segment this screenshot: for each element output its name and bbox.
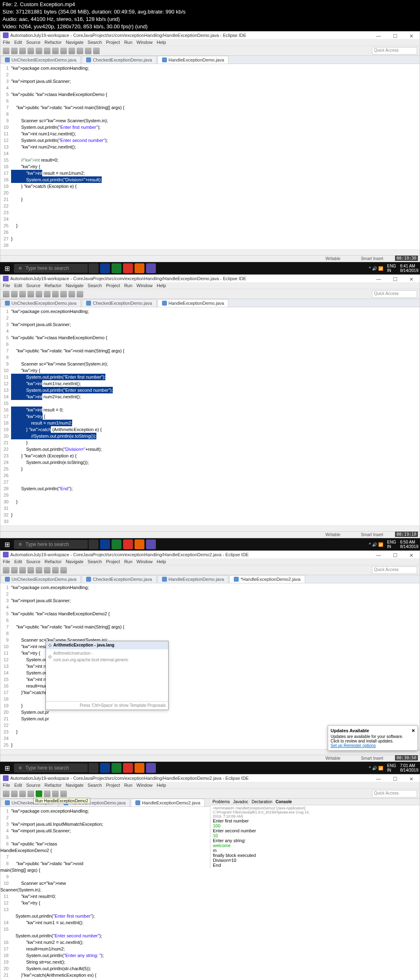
close-button[interactable]: ✕ — [403, 32, 420, 41]
toolbar-icon[interactable] — [19, 48, 26, 54]
menu-navigate[interactable]: Navigate — [66, 559, 83, 564]
toolbar-icon[interactable] — [77, 48, 83, 54]
taskbar-app[interactable] — [135, 263, 144, 273]
toolbar-icon[interactable] — [36, 48, 42, 54]
updates-popup[interactable]: Updates Available✕ Updates are available… — [328, 725, 418, 751]
quick-access-input[interactable]: Quick Access — [372, 790, 417, 797]
taskbar-app[interactable] — [146, 263, 156, 273]
toolbar-icon[interactable] — [77, 291, 83, 297]
menu-edit[interactable]: Edit — [14, 283, 22, 288]
menu-source[interactable]: Source — [26, 40, 41, 45]
toolbar-icon[interactable] — [27, 790, 34, 797]
taskbar-app[interactable] — [100, 539, 110, 549]
menu-help[interactable]: Help — [157, 40, 166, 45]
toolbar-icon[interactable] — [11, 790, 18, 797]
menu-file[interactable]: File — [3, 559, 10, 564]
toolbar-icon[interactable] — [93, 48, 100, 54]
run-button[interactable] — [36, 790, 42, 797]
taskbar-app[interactable] — [112, 763, 121, 773]
taskbar-app[interactable] — [146, 763, 156, 773]
menu-help[interactable]: Help — [157, 559, 166, 564]
menu-run[interactable]: Run — [124, 559, 132, 564]
menu-project[interactable]: Project — [106, 283, 120, 288]
toolbar-icon[interactable] — [68, 48, 75, 54]
menu-help[interactable]: Help — [157, 783, 166, 788]
menu-edit[interactable]: Edit — [14, 783, 22, 788]
menu-project[interactable]: Project — [106, 40, 120, 45]
tab-handle[interactable]: HandleExceptionDemo.java — [158, 56, 229, 64]
toolbar-icon[interactable] — [19, 790, 26, 797]
tab-checked[interactable]: CheckedExceptionDemo.java — [82, 299, 156, 307]
menu-run[interactable]: Run — [124, 783, 132, 788]
toolbar-icon[interactable] — [68, 291, 75, 297]
menu-project[interactable]: Project — [106, 559, 120, 564]
start-button[interactable]: ⊞ — [2, 763, 12, 773]
toolbar-icon[interactable] — [44, 567, 50, 573]
code-editor[interactable]: 1"kw">package com.exceptionHandling;23"k… — [0, 307, 420, 525]
menu-edit[interactable]: Edit — [14, 40, 22, 45]
menu-refactor[interactable]: Refactor — [45, 283, 62, 288]
reminder-link[interactable]: Set up Reminder options — [331, 743, 376, 748]
toolbar-icon[interactable] — [11, 567, 18, 573]
taskbar-app[interactable] — [146, 539, 156, 549]
menu-navigate[interactable]: Navigate — [66, 40, 83, 45]
menu-window[interactable]: Window — [137, 783, 153, 788]
horizontal-scrollbar[interactable] — [0, 249, 420, 255]
toolbar-icon[interactable] — [60, 790, 67, 797]
taskbar-app[interactable] — [112, 263, 121, 273]
minimize-button[interactable]: — — [370, 551, 387, 560]
tab-handle[interactable]: HandleExceptionDemo.java — [158, 575, 229, 583]
toolbar-icon[interactable] — [60, 48, 67, 54]
autocomplete-item[interactable]: ◇ ArithmeticException - java.lang — [46, 641, 168, 649]
taskbar-app[interactable] — [123, 539, 133, 549]
taskbar-search[interactable]: ⭘ Type here to search — [14, 264, 88, 273]
minimize-button[interactable]: — — [370, 32, 387, 41]
quick-access-input[interactable]: Quick Access — [372, 47, 417, 55]
toolbar-icon[interactable] — [52, 48, 59, 54]
taskbar-search[interactable]: ⭘ Type here to search — [14, 763, 88, 772]
toolbar-icon[interactable] — [27, 48, 34, 54]
tab-handle2[interactable]: *HandleExceptionDemo2.java — [229, 575, 305, 583]
toolbar-icon[interactable] — [60, 291, 67, 297]
menu-source[interactable]: Source — [26, 283, 41, 288]
toolbar-icon[interactable] — [44, 48, 50, 54]
taskbar-app[interactable] — [135, 539, 144, 549]
menu-run[interactable]: Run — [124, 283, 132, 288]
toolbar-icon[interactable] — [19, 291, 26, 297]
close-icon[interactable]: ✕ — [411, 728, 415, 733]
menu-source[interactable]: Source — [26, 783, 41, 788]
menu-search[interactable]: Search — [88, 40, 102, 45]
toolbar-icon[interactable] — [60, 567, 67, 573]
tab-declaration[interactable]: Declaration — [252, 800, 273, 804]
toolbar-icon[interactable] — [3, 291, 9, 297]
toolbar-icon[interactable] — [52, 567, 59, 573]
menu-source[interactable]: Source — [26, 559, 41, 564]
menu-navigate[interactable]: Navigate — [66, 283, 83, 288]
toolbar-icon[interactable] — [36, 567, 42, 573]
tab-handle[interactable]: HandleExceptionDemo.java — [158, 299, 229, 307]
menu-navigate[interactable]: Navigate — [66, 783, 83, 788]
toolbar-icon[interactable] — [3, 48, 9, 54]
menu-project[interactable]: Project — [106, 783, 120, 788]
taskbar-app[interactable] — [89, 539, 98, 549]
taskbar-app[interactable] — [123, 263, 133, 273]
tab-handle2[interactable]: HandleExceptionDemo2.java — [131, 799, 205, 806]
maximize-button[interactable]: ☐ — [387, 32, 403, 41]
menu-refactor[interactable]: Refactor — [45, 40, 62, 45]
taskbar-search[interactable]: ⭘ Type here to search — [14, 540, 88, 549]
menu-window[interactable]: Window — [137, 40, 153, 45]
taskbar-app[interactable] — [100, 263, 110, 273]
code-editor[interactable]: 1"kw">package com.exceptionHandling;23"k… — [0, 583, 420, 749]
taskbar-app[interactable] — [100, 763, 110, 773]
tab-unchecked[interactable]: UnCheckedExceptionDemo.java — [0, 299, 81, 307]
taskbar-app[interactable] — [112, 539, 121, 549]
minimize-button[interactable]: — — [370, 774, 387, 784]
maximize-button[interactable]: ☐ — [387, 551, 403, 560]
code-editor[interactable]: 1"kw">package com.exceptionHandling;23"k… — [0, 64, 420, 249]
toolbar-icon[interactable] — [11, 48, 18, 54]
taskbar-app[interactable] — [123, 763, 133, 773]
menu-refactor[interactable]: Refactor — [45, 783, 62, 788]
menu-window[interactable]: Window — [137, 559, 153, 564]
tab-problems[interactable]: Problems — [212, 800, 230, 804]
console-output[interactable]: <terminated> HandleExceptionDemo2 [Java … — [210, 805, 315, 868]
